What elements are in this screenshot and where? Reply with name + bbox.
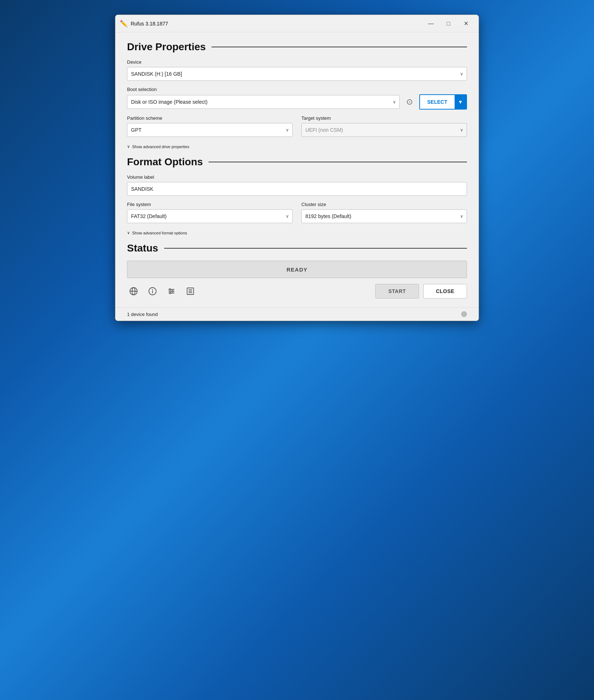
drive-properties-divider	[211, 47, 467, 47]
target-system-group: Target system UEFI (non CSM) ∨	[301, 115, 467, 137]
device-select-wrapper: SANDISK (H:) [16 GB] ∨	[127, 67, 467, 81]
partition-scheme-group: Partition scheme GPT ∨	[127, 115, 293, 137]
window-close-button[interactable]: ✕	[458, 18, 474, 29]
status-divider	[164, 248, 467, 249]
advanced-format-toggle-label: Show advanced format options	[132, 231, 187, 235]
titlebar: ✏️ Rufus 3.18.1877 — □ ✕	[115, 15, 479, 32]
cluster-size-group: Cluster size 8192 bytes (Default) ∨	[301, 202, 467, 223]
device-label: Device	[127, 59, 467, 65]
settings-icon[interactable]	[165, 285, 178, 298]
status-ready-text: READY	[286, 266, 308, 273]
footer: 1 device found	[115, 307, 479, 321]
partition-scheme-select[interactable]: GPT	[127, 123, 293, 137]
file-system-wrapper: FAT32 (Default) ∨	[127, 209, 293, 223]
advanced-drive-chevron-icon: ∨	[127, 144, 130, 149]
globe-icon[interactable]	[127, 285, 140, 298]
filesystem-cluster-row: File system FAT32 (Default) ∨ Cluster si…	[127, 202, 467, 229]
file-system-group: File system FAT32 (Default) ∨	[127, 202, 293, 223]
close-button[interactable]: CLOSE	[423, 284, 467, 298]
info-icon[interactable]	[146, 285, 159, 298]
volume-label-group: Volume label	[127, 174, 467, 196]
select-iso-dropdown-arrow-icon[interactable]: ▼	[455, 95, 466, 109]
bottom-toolbar: START CLOSE	[127, 284, 467, 298]
svg-point-11	[170, 292, 171, 294]
drive-properties-title: Drive Properties	[127, 41, 206, 53]
footer-text: 1 device found	[127, 312, 461, 317]
boot-selection-label: Boot selection	[127, 87, 467, 92]
svg-point-9	[169, 289, 171, 290]
window-title: Rufus 3.18.1877	[131, 21, 423, 27]
advanced-drive-toggle[interactable]: ∨ Show advanced drive properties	[127, 144, 467, 149]
cluster-size-wrapper: 8192 bytes (Default) ∨	[301, 209, 467, 223]
target-system-select[interactable]: UEFI (non CSM)	[301, 123, 467, 137]
drive-properties-header: Drive Properties	[127, 41, 467, 53]
target-system-label: Target system	[301, 115, 467, 121]
partition-scheme-label: Partition scheme	[127, 115, 293, 121]
boot-selection-group: Boot selection Disk or ISO image (Please…	[127, 87, 467, 110]
select-iso-button-label[interactable]: SELECT	[420, 95, 455, 109]
format-options-title: Format Options	[127, 156, 203, 168]
partition-target-row: Partition scheme GPT ∨ Target system UEF…	[127, 115, 467, 143]
boot-check-icon: ⊙	[403, 95, 416, 109]
footer-indicator	[461, 311, 467, 317]
device-group: Device SANDISK (H:) [16 GB] ∨	[127, 59, 467, 81]
file-system-select[interactable]: FAT32 (Default)	[127, 209, 293, 223]
status-title: Status	[127, 242, 158, 254]
boot-select-wrapper: Disk or ISO image (Please select) ∨	[127, 95, 400, 109]
maximize-button[interactable]: □	[440, 18, 457, 29]
boot-selection-select[interactable]: Disk or ISO image (Please select)	[127, 95, 400, 109]
advanced-format-chevron-icon: ∨	[127, 230, 130, 235]
status-bar-container: READY	[127, 261, 467, 278]
rufus-window: ✏️ Rufus 3.18.1877 — □ ✕ Drive Propertie…	[115, 15, 479, 321]
app-icon: ✏️	[120, 20, 128, 28]
status-bar: READY	[127, 261, 467, 278]
advanced-drive-toggle-label: Show advanced drive properties	[132, 145, 189, 149]
svg-point-10	[172, 290, 173, 292]
log-icon[interactable]	[184, 285, 197, 298]
select-iso-button[interactable]: SELECT ▼	[419, 94, 467, 110]
status-header: Status	[127, 242, 467, 254]
advanced-format-toggle[interactable]: ∨ Show advanced format options	[127, 230, 467, 235]
partition-scheme-wrapper: GPT ∨	[127, 123, 293, 137]
format-options-header: Format Options	[127, 156, 467, 168]
cluster-size-select[interactable]: 8192 bytes (Default)	[301, 209, 467, 223]
target-system-wrapper: UEFI (non CSM) ∨	[301, 123, 467, 137]
minimize-button[interactable]: —	[423, 18, 439, 29]
file-system-label: File system	[127, 202, 293, 207]
volume-label-label: Volume label	[127, 174, 467, 180]
volume-label-input[interactable]	[127, 182, 467, 196]
tool-icons-group	[127, 285, 371, 298]
cluster-size-label: Cluster size	[301, 202, 467, 207]
main-content: Drive Properties Device SANDISK (H:) [16…	[115, 32, 479, 307]
start-button[interactable]: START	[375, 284, 419, 298]
window-controls: — □ ✕	[423, 18, 474, 29]
boot-selection-row: Disk or ISO image (Please select) ∨ ⊙ SE…	[127, 94, 467, 110]
device-select[interactable]: SANDISK (H:) [16 GB]	[127, 67, 467, 81]
format-options-divider	[209, 162, 467, 162]
